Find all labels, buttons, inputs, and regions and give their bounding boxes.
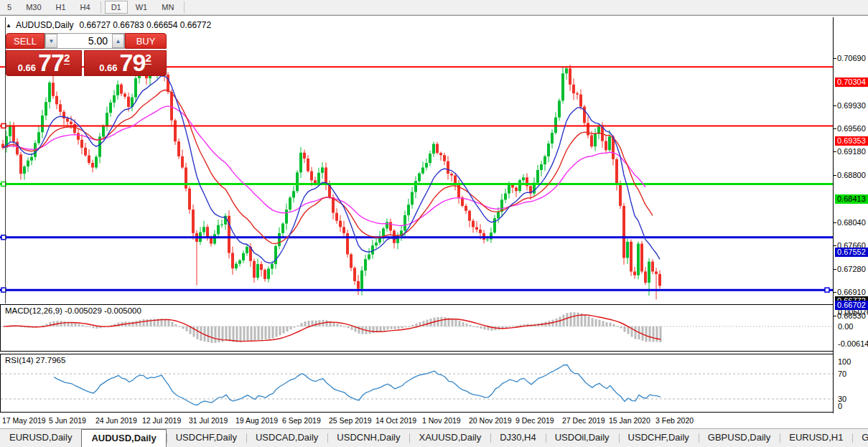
timeframe-button-h4[interactable]: H4 [74, 1, 97, 14]
volume-increase-icon[interactable]: ▲ [112, 34, 124, 48]
date-tick-label: 15 Jan 2020 [609, 416, 650, 425]
price-tick-label: 0.69930 [837, 101, 866, 110]
volume-decrease-icon[interactable]: ▼ [45, 34, 57, 48]
chart-tab-usdchf-daily[interactable]: USDCHF,Daily [167, 429, 246, 447]
date-tick-label: 14 Oct 2019 [375, 416, 416, 425]
date-tick-label: 24 Jun 2019 [95, 416, 137, 425]
volume-field[interactable]: 5.00 [57, 34, 112, 48]
macd-panel[interactable]: MACD(12,26,9) -0.005029 -0.005000 0.0050… [0, 304, 834, 352]
timeframe-button-h1[interactable]: H1 [50, 1, 73, 14]
sell-price-pip: 2 [64, 52, 70, 65]
price-tick-mark [834, 58, 836, 59]
price-tick-label: 0.67280 [837, 265, 866, 273]
price-tick-label: 0.68800 [837, 171, 866, 179]
rsi-label: RSI(14) 27.7965 [5, 356, 65, 364]
price-level-label-red: 0.69353 [835, 136, 868, 146]
price-tick-label: 0.69560 [837, 124, 866, 133]
price-tick-mark [834, 316, 836, 316]
rsi-panel[interactable]: RSI(14) 27.7965 10070300 [0, 354, 834, 413]
chart-tab-gbpusd-daily[interactable]: GBPUSD,Daily [699, 429, 780, 447]
macd-label: MACD(12,26,9) -0.005029 -0.005000 [5, 306, 141, 315]
timeframe-toolbar: 5M30H1H4D1W1MN [0, 0, 868, 15]
terminal-window: 5M30H1H4D1W1MN ▲AUDUSD,Daily0.66727 0.66… [0, 0, 868, 447]
buy-price-pip: 2 [145, 52, 151, 65]
date-tick-label: 17 May 2019 [2, 416, 46, 425]
chart-tab-usdchf-daily[interactable]: USDCHF,Daily [619, 429, 699, 447]
price-level-label-blue: 0.66702 [835, 301, 868, 310]
price-level-label-green: 0.68413 [835, 194, 868, 204]
price-level-label-blue: 0.67552 [835, 248, 868, 257]
timeframe-button-d1[interactable]: D1 [105, 1, 128, 14]
price-tick-mark [834, 105, 836, 106]
chart-tab-dj30-h4[interactable]: DJ30,H4 [490, 429, 546, 447]
sell-price-prefix: 0.66 [18, 62, 36, 73]
buy-price-main: 79 [120, 52, 146, 73]
chart-tab-eurusd-daily[interactable]: EURUSD,Daily [0, 429, 81, 447]
sell-price-display[interactable]: 0.66 77 2 [6, 50, 82, 76]
sell-price-main: 77 [38, 52, 64, 73]
chart-tab-audusd-daily[interactable]: AUDUSD,Daily [81, 429, 166, 447]
one-click-trading-panel: SELL ▼ 5.00 ▲ BUY 0.66 77 2 0.66 79 2 [6, 33, 167, 76]
price-tick-mark [834, 151, 836, 152]
timeframe-button-mn[interactable]: MN [155, 1, 180, 14]
buy-price-display[interactable]: 0.66 79 2 [84, 50, 167, 76]
date-tick-label: 25 Sep 2019 [329, 416, 372, 425]
chart-tab-usdoil-daily[interactable]: USDOil,Daily [546, 429, 619, 447]
date-tick-label: 20 Nov 2019 [469, 416, 512, 425]
price-level-label-red: 0.70304 [835, 77, 868, 87]
chart-tab-xauusd-daily[interactable]: XAUUSD,Daily [409, 429, 490, 447]
price-tick-label: 0.69180 [837, 147, 866, 156]
date-tick-label: 12 Jul 2019 [142, 416, 181, 425]
price-tick-mark [834, 128, 836, 129]
chart-tab-usdcad-daily[interactable]: USDCAD,Daily [246, 429, 327, 447]
price-tick-mark [834, 292, 836, 293]
date-tick-label: 6 Sep 2019 [282, 416, 321, 425]
toolbar-separator [101, 1, 101, 13]
price-tick-label: 0.70690 [837, 54, 866, 62]
date-tick-label: 1 Nov 2019 [422, 416, 461, 425]
chart-tab-gbpaud-h1[interactable]: GBPAUD,H1 [852, 429, 868, 447]
price-tick-label: 0.66910 [837, 288, 866, 296]
timeframe-button-m30[interactable]: M30 [19, 1, 47, 14]
chart-tab-usdcnh-daily[interactable]: USDCNH,Daily [327, 429, 409, 447]
sell-button[interactable]: SELL [6, 33, 45, 49]
date-axis[interactable]: 17 May 20195 Jun 201924 Jun 201912 Jul 2… [0, 414, 834, 429]
price-tick-mark [834, 222, 836, 223]
date-tick-label: 27 Dec 2019 [562, 416, 605, 425]
timeframe-button-5[interactable]: 5 [1, 1, 18, 14]
buy-price-prefix: 0.66 [99, 62, 117, 73]
chart-tab-bar: EURUSD,DailyAUDUSD,DailyUSDCHF,DailyUSDC… [0, 428, 868, 447]
price-tick-mark [834, 245, 836, 246]
volume-spinner: ▼ 5.00 ▲ [45, 33, 125, 49]
date-tick-label: 5 Jun 2019 [49, 416, 86, 425]
date-tick-label: 31 Jul 2019 [189, 416, 228, 425]
price-tick-label: 0.66530 [837, 311, 866, 320]
date-tick-label: 3 Feb 2020 [655, 416, 694, 425]
price-tick-mark [834, 269, 836, 270]
date-tick-label: 9 Dec 2019 [515, 416, 554, 425]
timeframe-button-w1[interactable]: W1 [129, 1, 154, 14]
date-tick-label: 19 Aug 2019 [235, 416, 278, 425]
price-tick-label: 0.68040 [837, 218, 866, 227]
toolbar-separator [184, 1, 185, 13]
price-tick-mark [834, 175, 836, 176]
chart-tab-eurusd-h1[interactable]: EURUSD,H1 [780, 429, 852, 447]
chart-window: ▲AUDUSD,Daily0.66727 0.66783 0.66654 0.6… [0, 15, 868, 428]
price-axis[interactable]: 0.706900.699300.695600.691800.688000.680… [834, 16, 868, 428]
buy-button[interactable]: BUY [125, 33, 167, 49]
